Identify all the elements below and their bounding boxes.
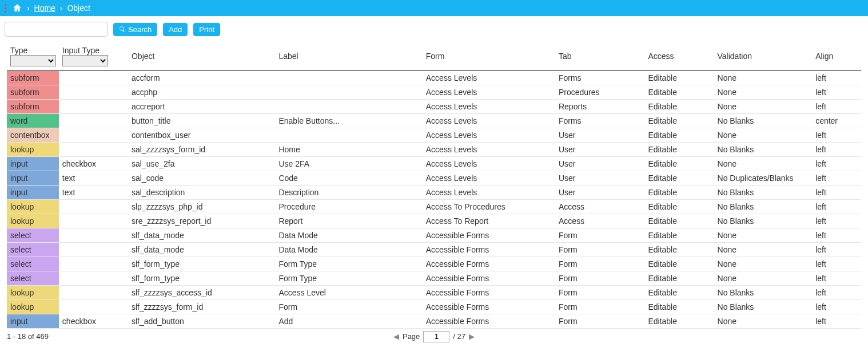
cell-validation: None xyxy=(714,100,813,114)
col-validation[interactable]: Validation xyxy=(714,42,813,70)
cell-input-type xyxy=(59,214,128,228)
pager-range: 1 - 18 of 469 xyxy=(7,332,49,341)
breadcrumb-home-link[interactable]: Home xyxy=(34,3,55,13)
home-icon[interactable] xyxy=(12,3,22,13)
cell-align: left xyxy=(812,243,861,257)
cell-tab: Forms xyxy=(555,70,644,85)
topbar: › Home › Object xyxy=(0,0,868,16)
add-button[interactable]: Add xyxy=(163,23,188,36)
table-row[interactable]: selectslf_data_modeData ModeAccessible F… xyxy=(7,228,861,243)
col-access[interactable]: Access xyxy=(644,42,714,70)
table-row[interactable]: inputtextsal_codeCodeAccess LevelsUserEd… xyxy=(7,171,861,186)
cell-align: left xyxy=(812,257,861,271)
col-form[interactable]: Form xyxy=(423,42,555,70)
col-label[interactable]: Label xyxy=(275,42,422,70)
cell-label: Form Type xyxy=(275,257,422,271)
col-object[interactable]: Object xyxy=(128,42,275,70)
cell-type: subform xyxy=(7,100,59,114)
cell-align: left xyxy=(812,100,861,114)
breadcrumb-current: Object xyxy=(67,3,90,13)
cell-form: Access Levels xyxy=(423,100,555,114)
cell-type: lookup xyxy=(7,143,59,157)
cell-access: Editable xyxy=(644,271,714,286)
cell-label: Use 2FA xyxy=(275,157,422,171)
table-row[interactable]: lookupslp_zzzzsys_php_idProcedureAccess … xyxy=(7,200,861,214)
cell-access: Editable xyxy=(644,128,714,143)
col-tab[interactable]: Tab xyxy=(555,42,644,70)
cell-tab: Form xyxy=(555,286,644,300)
page-input[interactable] xyxy=(423,331,449,342)
cell-object: sal_description xyxy=(128,186,275,200)
table-row[interactable]: subformaccreportAccess LevelsReportsEdit… xyxy=(7,100,861,114)
cell-label: Description xyxy=(275,186,422,200)
table-row[interactable]: lookupslf_zzzzsys_form_idFormAccessible … xyxy=(7,300,861,314)
cell-label: Code xyxy=(275,171,422,186)
page-prev-icon[interactable]: ◀ xyxy=(393,332,399,341)
cell-input-type xyxy=(59,228,128,243)
cell-align: left xyxy=(812,70,861,85)
cell-object: accphp xyxy=(128,85,275,100)
table-row[interactable]: wordbutton_titleEnable Buttons...Access … xyxy=(7,114,861,128)
table-row[interactable]: subformaccformAccess LevelsFormsEditable… xyxy=(7,70,861,85)
cell-input-type xyxy=(59,286,128,300)
cell-object: slf_zzzzsys_form_id xyxy=(128,300,275,314)
cell-validation: No Blanks xyxy=(714,286,813,300)
toolbar: Search Add Print xyxy=(0,16,868,42)
filter-type[interactable] xyxy=(10,55,56,66)
breadcrumb: › Home › Object xyxy=(25,3,90,13)
cell-label: Data Mode xyxy=(275,228,422,243)
table-row[interactable]: selectslf_form_typeForm TypeAccessible F… xyxy=(7,257,861,271)
cell-validation: None xyxy=(714,314,813,329)
cell-object: sal_code xyxy=(128,171,275,186)
cell-tab: User xyxy=(555,128,644,143)
menu-icon[interactable] xyxy=(5,4,6,13)
table-row[interactable]: lookupsal_zzzzsys_form_idHomeAccess Leve… xyxy=(7,143,861,157)
table-row[interactable]: contentboxcontentbox_userAccess LevelsUs… xyxy=(7,128,861,143)
cell-tab: Form xyxy=(555,271,644,286)
page-next-icon[interactable]: ▶ xyxy=(469,332,475,341)
cell-tab: Form xyxy=(555,243,644,257)
cell-tab: Form xyxy=(555,257,644,271)
cell-label: Report xyxy=(275,214,422,228)
col-align[interactable]: Align xyxy=(812,42,861,70)
cell-label xyxy=(275,70,422,85)
cell-tab: Access xyxy=(555,200,644,214)
table-row[interactable]: inputcheckboxslf_add_buttonAddAccessible… xyxy=(7,314,861,329)
cell-object: slf_form_type xyxy=(128,257,275,271)
table-row[interactable]: selectslf_data_modeData ModeAccessible F… xyxy=(7,243,861,257)
cell-type: lookup xyxy=(7,214,59,228)
cell-type: input xyxy=(7,157,59,171)
cell-input-type xyxy=(59,271,128,286)
cell-access: Editable xyxy=(644,243,714,257)
search-button[interactable]: Search xyxy=(113,23,157,36)
cell-type: subform xyxy=(7,85,59,100)
cell-validation: None xyxy=(714,271,813,286)
table-row[interactable]: lookupsre_zzzzsys_report_idReportAccess … xyxy=(7,214,861,228)
cell-type: select xyxy=(7,257,59,271)
col-type[interactable]: Type xyxy=(7,42,59,70)
cell-form: Accessible Forms xyxy=(423,257,555,271)
search-input[interactable] xyxy=(5,22,107,37)
cell-access: Editable xyxy=(644,171,714,186)
cell-object: button_title xyxy=(128,114,275,128)
table-row[interactable]: inputtextsal_descriptionDescriptionAcces… xyxy=(7,186,861,200)
cell-tab: Form xyxy=(555,314,644,329)
cell-access: Editable xyxy=(644,228,714,243)
table-row[interactable]: inputcheckboxsal_use_2faUse 2FAAccess Le… xyxy=(7,157,861,171)
data-grid: Type Input Type Object Label Form Tab Ac… xyxy=(7,42,861,329)
cell-validation: None xyxy=(714,257,813,271)
cell-access: Editable xyxy=(644,143,714,157)
cell-object: sal_use_2fa xyxy=(128,157,275,171)
print-button[interactable]: Print xyxy=(193,23,220,36)
cell-type: lookup xyxy=(7,286,59,300)
col-input-type[interactable]: Input Type xyxy=(59,42,128,70)
table-row[interactable]: selectslf_form_typeForm TypeAccessible F… xyxy=(7,271,861,286)
cell-validation: None xyxy=(714,70,813,85)
cell-type: lookup xyxy=(7,300,59,314)
cell-label xyxy=(275,128,422,143)
filter-input-type[interactable] xyxy=(62,55,108,66)
table-row[interactable]: lookupslf_zzzzsys_access_idAccess LevelA… xyxy=(7,286,861,300)
table-row[interactable]: subformaccphpAccess LevelsProceduresEdit… xyxy=(7,85,861,100)
cell-align: left xyxy=(812,286,861,300)
cell-type: input xyxy=(7,171,59,186)
